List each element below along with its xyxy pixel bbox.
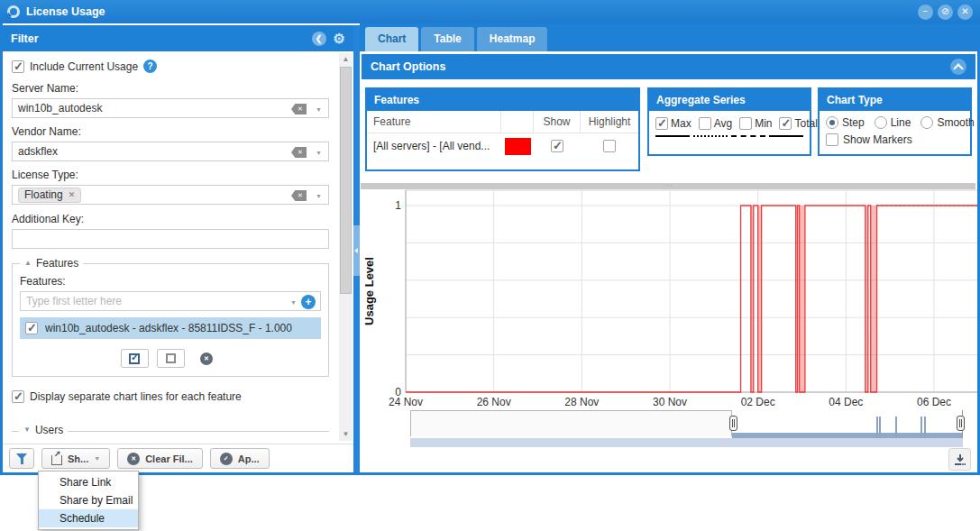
filter-title: Filter [11, 32, 39, 45]
panel-splitter[interactable] [353, 25, 360, 472]
range-handle-right[interactable] [957, 416, 965, 431]
total-checkbox[interactable] [779, 117, 792, 130]
navigator-spike [876, 417, 878, 438]
filter-header: Filter ❮ ⚙ [3, 25, 353, 51]
help-icon[interactable]: ? [143, 60, 157, 73]
remove-tag-icon[interactable]: ✕ [69, 190, 76, 199]
vendor-name-field[interactable]: ✕ ▼ [12, 142, 329, 161]
clear-selection-button[interactable]: ✕ [193, 349, 221, 368]
additional-key-input[interactable] [18, 233, 323, 245]
usage-chart: 24 Nov26 Nov28 Nov30 Nov02 Dec04 Dec06 D… [360, 186, 977, 411]
menu-item-share-by-email[interactable]: Share by Email [39, 491, 138, 509]
min-checkbox[interactable] [739, 117, 752, 130]
restrict-icon: ⊘ [941, 7, 948, 16]
clear-field-icon[interactable]: ✕ [291, 190, 307, 201]
svg-text:24 Nov: 24 Nov [389, 396, 423, 408]
range-navigator-mask[interactable] [410, 410, 732, 436]
menu-item-schedule[interactable]: Schedule [39, 509, 138, 527]
feature-search-input[interactable] [26, 295, 279, 307]
aggregate-series-panel: Aggregate Series Max Avg Min Total [647, 87, 811, 156]
chevron-down-icon: ▼ [94, 455, 100, 462]
share-button[interactable]: Sh... ▼ [41, 448, 110, 469]
min-label: Min [755, 117, 772, 130]
features-grid-header: Feature Show Highlight [367, 111, 638, 133]
chevron-down-icon[interactable]: ▼ [316, 106, 322, 113]
column-highlight[interactable]: Highlight [581, 111, 638, 133]
show-markers-checkbox[interactable] [826, 133, 838, 146]
feature-search-field[interactable]: ▼ + [20, 291, 321, 311]
close-button[interactable]: ✕ [957, 5, 973, 20]
server-name-field[interactable]: ✕ ▼ [12, 98, 329, 118]
clear-field-icon[interactable]: ✕ [291, 104, 307, 114]
clear-field-icon[interactable]: ✕ [291, 147, 307, 158]
gear-icon[interactable]: ⚙ [334, 32, 345, 45]
step-label: Step [842, 116, 865, 129]
highlight-checkbox[interactable] [603, 140, 616, 152]
chevron-down-icon[interactable]: ▼ [290, 299, 297, 306]
svg-text:30 Nov: 30 Nov [653, 396, 687, 408]
include-current-usage-checkbox[interactable] [12, 60, 24, 73]
range-handle-left[interactable] [729, 416, 737, 431]
menu-item-share-link[interactable]: Share Link [39, 473, 138, 491]
users-fieldset: ▼ Users [12, 431, 329, 442]
feature-grid-row[interactable]: [All servers] - [All vend... [367, 133, 638, 159]
tab-heatmap[interactable]: Heatmap [477, 27, 548, 51]
filter-button[interactable] [9, 448, 34, 469]
add-feature-icon[interactable]: + [301, 295, 316, 309]
show-markers-label: Show Markers [843, 133, 912, 146]
selected-feature-row[interactable]: win10b_autodesk - adskflex - 85811IDSS_F… [20, 317, 321, 339]
svg-text:06 Dec: 06 Dec [917, 396, 951, 408]
vendor-name-input[interactable] [18, 145, 290, 158]
additional-key-field[interactable] [12, 229, 329, 249]
separate-lines-checkbox[interactable] [12, 390, 24, 403]
features-fieldset: ▲ Features Features: ▼ + win10b_autodesk… [12, 263, 329, 377]
filter-icon [16, 453, 27, 464]
download-chart-button[interactable] [948, 448, 971, 471]
max-line-sample [655, 135, 690, 137]
max-checkbox[interactable] [655, 117, 668, 130]
include-current-usage-label: Include Current Usage [30, 60, 138, 73]
select-all-button[interactable] [121, 349, 149, 368]
features-options-panel: Features Feature Show Highlight [All ser… [365, 87, 640, 171]
chevron-left-icon: ❮ [316, 34, 323, 43]
minimize-button[interactable]: − [918, 5, 933, 20]
license-type-field[interactable]: Floating ✕ ✕ ▼ [12, 185, 329, 205]
line-radio[interactable] [875, 116, 887, 129]
scrollbar-thumb[interactable] [340, 67, 352, 294]
expand-fieldset-icon[interactable]: ▼ [23, 426, 31, 434]
chevron-down-icon[interactable]: ▼ [316, 193, 322, 199]
column-color[interactable] [501, 111, 534, 133]
scroll-up-icon[interactable]: ▲ [339, 53, 353, 66]
column-show[interactable]: Show [534, 111, 581, 133]
min-line-sample [731, 135, 765, 137]
tab-table[interactable]: Table [421, 27, 473, 51]
filter-scrollbar[interactable]: ▲ ▼ [339, 53, 353, 441]
scroll-down-icon[interactable]: ▼ [339, 428, 353, 441]
series-color-swatch[interactable] [505, 138, 531, 155]
splitter-collapse-handle[interactable] [353, 225, 360, 276]
clear-filter-button[interactable]: ✕ Clear Fil... [117, 448, 203, 469]
collapse-panel-button[interactable]: ❮ [312, 32, 326, 46]
step-radio[interactable] [826, 116, 838, 129]
additional-key-label: Additional Key: [12, 213, 329, 225]
svg-text:0: 0 [395, 386, 401, 398]
range-navigator-track[interactable] [410, 438, 963, 447]
collapse-options-button[interactable] [950, 59, 966, 75]
features-label: Features: [20, 275, 321, 288]
smooth-radio[interactable] [920, 116, 933, 129]
apply-button[interactable]: ✓ Ap... [210, 448, 270, 469]
column-feature[interactable]: Feature [367, 111, 501, 133]
tab-chart[interactable]: Chart [365, 27, 418, 51]
deselect-all-button[interactable] [157, 349, 185, 368]
close-icon: ✕ [961, 7, 968, 16]
chevron-down-icon[interactable]: ▼ [316, 150, 322, 156]
feature-checkbox[interactable] [25, 322, 38, 334]
server-name-input[interactable] [18, 102, 290, 114]
show-checkbox[interactable] [551, 140, 563, 152]
svg-text:26 Nov: 26 Nov [477, 396, 511, 408]
restrict-button[interactable]: ⊘ [938, 5, 953, 20]
license-type-label: License Type: [12, 169, 329, 181]
navigator-spike [924, 417, 926, 438]
collapse-fieldset-icon[interactable]: ▲ [24, 260, 32, 267]
avg-checkbox[interactable] [699, 117, 711, 130]
